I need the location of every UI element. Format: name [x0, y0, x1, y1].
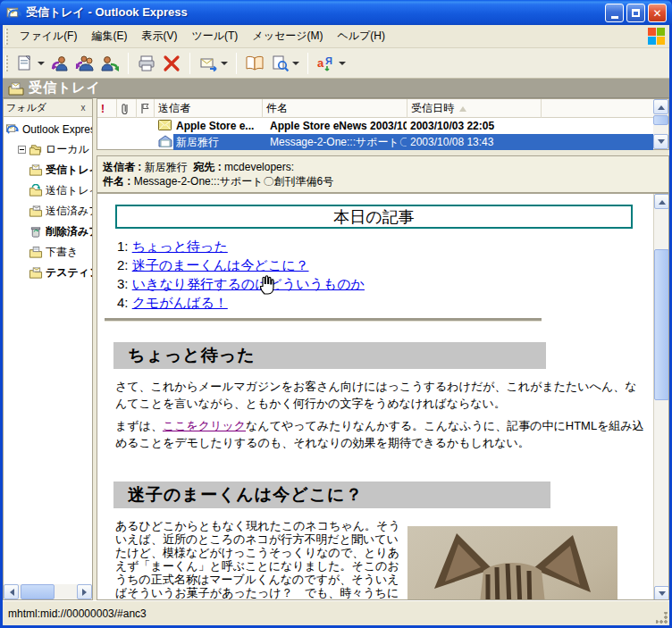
- scroll-right-button[interactable]: [77, 584, 92, 599]
- menu-message[interactable]: メッセージ(M): [245, 25, 330, 47]
- menu-view[interactable]: 表示(V): [134, 25, 184, 47]
- find-dropdown[interactable]: [292, 62, 299, 65]
- banner-title: 受信トレイ: [29, 80, 101, 96]
- menu-edit[interactable]: 編集(E): [84, 25, 134, 47]
- message-content: 本日の記事 1: ちょっと待った 2: 迷子のまーくんは今どこに？ 3: いきな…: [97, 194, 655, 600]
- toolbar-separator: [189, 53, 190, 74]
- folder-item-deleted-items[interactable]: 削除済みアイテム: [4, 222, 92, 242]
- svg-text:Я: Я: [325, 55, 332, 66]
- vscroll-thumb[interactable]: [653, 115, 668, 125]
- folder-item-sent-items[interactable]: 送信済みアイテム: [4, 201, 92, 222]
- encoding-dropdown[interactable]: [339, 62, 346, 65]
- delete-icon: [162, 54, 181, 73]
- reply-button[interactable]: [47, 51, 72, 76]
- column-sender[interactable]: 送信者: [155, 99, 263, 118]
- send-receive-dropdown[interactable]: [221, 62, 228, 65]
- cell-date: 2003/10/03 22:05: [410, 120, 535, 132]
- p2-before: まずは、: [115, 419, 163, 432]
- drafts-icon: [29, 246, 43, 259]
- toolbar-separator: [307, 53, 308, 74]
- menu-file[interactable]: ファイル(F): [13, 25, 84, 47]
- folder-tree: Outlook Express ローカル フォルダ: [4, 119, 92, 590]
- hscroll-thumb[interactable]: [21, 584, 55, 599]
- cell-sender: Apple Store e...: [176, 120, 262, 132]
- status-bar: mhtml:mid://00000003/#anc3: [3, 600, 669, 625]
- find-button[interactable]: [267, 51, 302, 76]
- folder-item-testing[interactable]: テスティング: [4, 263, 92, 283]
- priority-icon: !: [101, 103, 105, 115]
- folder-label: 送信トレイ: [46, 183, 92, 198]
- scroll-up-button[interactable]: [654, 194, 669, 209]
- folder-item-local-folders[interactable]: ローカル フォルダ: [4, 139, 92, 160]
- close-button[interactable]: ✕: [648, 4, 667, 22]
- send-receive-button[interactable]: [196, 51, 231, 76]
- toolbar-separator: [128, 53, 129, 74]
- scroll-down-button[interactable]: [654, 586, 669, 600]
- scroll-up-button[interactable]: [653, 99, 668, 114]
- folder-pane-hscrollbar: [4, 584, 92, 599]
- inbox-icon: [29, 163, 43, 177]
- addresses-button[interactable]: [242, 51, 267, 76]
- maximize-button[interactable]: [626, 4, 645, 22]
- folder-label: テスティング: [46, 265, 92, 281]
- toc-link-3[interactable]: いきなり発行するのはどういうものか: [132, 276, 365, 291]
- toc-num: 3:: [117, 276, 129, 291]
- folder-item-outlook-express[interactable]: Outlook Express: [4, 119, 92, 139]
- toc-link-2[interactable]: 迷子のまーくんは今どこに？: [132, 257, 309, 272]
- new-mail-button[interactable]: [13, 51, 47, 76]
- forward-button[interactable]: [97, 51, 122, 76]
- reply-all-button[interactable]: [72, 51, 97, 76]
- column-priority[interactable]: !: [97, 99, 117, 118]
- message-row-apple-store[interactable]: Apple Store e... Apple Store eNews 2003/…: [97, 118, 653, 134]
- resize-grip[interactable]: [656, 612, 668, 624]
- toc-item: 1: ちょっと待った: [117, 237, 365, 255]
- folder-item-drafts[interactable]: 下書き: [4, 242, 92, 263]
- send-receive-icon: [198, 54, 218, 73]
- delete-button[interactable]: [159, 51, 184, 76]
- menu-grip[interactable]: [5, 29, 8, 45]
- folder-item-inbox[interactable]: 受信トレイ: [4, 160, 92, 180]
- encoding-button[interactable]: a Я: [314, 51, 349, 76]
- column-received[interactable]: 受信日時: [407, 99, 542, 118]
- preview-vscrollbar: [653, 194, 668, 600]
- hand-cursor-icon: [256, 272, 278, 296]
- toc-link-4[interactable]: クモがんばる！: [132, 295, 228, 310]
- closed-envelope-icon: [158, 120, 172, 130]
- folder-pane-close-icon[interactable]: x: [77, 102, 89, 114]
- cat-photo: [407, 526, 617, 600]
- toolbar-grip[interactable]: [5, 55, 8, 71]
- deleted-items-icon: [29, 225, 43, 239]
- folder-label: 送信済みアイテム: [46, 204, 92, 219]
- menu-help[interactable]: ヘルプ(H): [330, 25, 392, 47]
- title-bar: 受信トレイ - Outlook Express ✕: [0, 0, 672, 25]
- print-button[interactable]: [134, 51, 159, 76]
- subject-label: 件名 :: [103, 175, 130, 188]
- visited-link-click-here[interactable]: ここをクリック: [163, 419, 246, 432]
- scroll-down-button[interactable]: [653, 134, 668, 149]
- toc-link-1[interactable]: ちょっと待った: [132, 239, 228, 254]
- svg-text:a: a: [317, 56, 324, 70]
- column-blank: [542, 99, 640, 118]
- column-attachment[interactable]: [117, 99, 137, 118]
- folder-label: Outlook Express: [22, 123, 92, 136]
- folder-item-outbox[interactable]: 送信トレイ: [4, 180, 92, 201]
- new-mail-dropdown[interactable]: [38, 62, 45, 65]
- folder-label: 下書き: [46, 245, 78, 260]
- message-list-vscrollbar: [653, 99, 668, 149]
- toc-item: 3: いきなり発行するのはどういうものか: [117, 274, 365, 293]
- column-subject[interactable]: 件名: [263, 99, 407, 118]
- from-label: 送信者 :: [103, 161, 141, 173]
- column-flag[interactable]: [137, 99, 155, 118]
- scroll-left-button[interactable]: [4, 584, 19, 599]
- column-label: 送信者: [158, 101, 190, 116]
- message-list-header: ! 送信者: [97, 99, 653, 118]
- minimize-button[interactable]: [605, 4, 624, 22]
- message-row-selected[interactable]: 新居雅行 Message-2-One:::サポート〇創刊準備6号 2003/10…: [97, 134, 668, 150]
- new-mail-icon: [15, 54, 35, 73]
- subject-value: Message-2-One:::サポート〇創刊準備6号: [134, 175, 334, 188]
- menu-tools[interactable]: ツール(T): [184, 25, 245, 47]
- vscroll-thumb[interactable]: [654, 249, 669, 400]
- collapse-expander-icon[interactable]: [18, 146, 26, 154]
- cell-subject: Message-2-One:::サポート〇創刊準備6号: [270, 135, 407, 150]
- column-label: 件名: [266, 101, 288, 116]
